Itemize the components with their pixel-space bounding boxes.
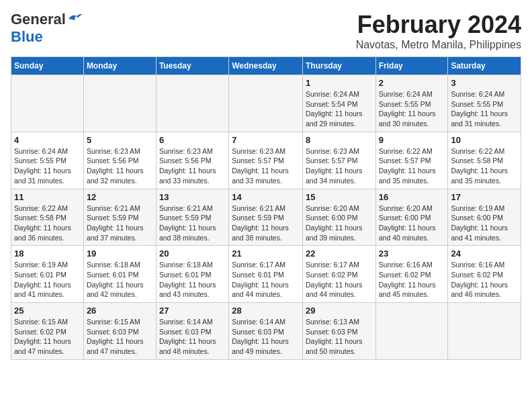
weekday-header-tuesday: Tuesday <box>156 57 228 75</box>
day-info: Sunrise: 6:23 AMSunset: 5:57 PMDaylight:… <box>232 146 300 186</box>
day-info: Sunrise: 6:18 AMSunset: 6:01 PMDaylight:… <box>87 260 153 300</box>
calendar-cell: 25Sunrise: 6:15 AMSunset: 6:02 PMDayligh… <box>11 303 84 360</box>
calendar-cell: 19Sunrise: 6:18 AMSunset: 6:01 PMDayligh… <box>83 246 156 303</box>
day-number: 15 <box>306 192 373 202</box>
calendar-cell: 26Sunrise: 6:15 AMSunset: 6:03 PMDayligh… <box>83 303 156 360</box>
main-title: February 2024 <box>356 11 521 39</box>
logo-general-text: General <box>11 11 66 28</box>
day-number: 16 <box>379 192 445 202</box>
day-number: 14 <box>232 192 300 202</box>
calendar-cell <box>156 75 228 132</box>
calendar-cell: 9Sunrise: 6:22 AMSunset: 5:57 PMDaylight… <box>375 132 448 189</box>
day-info: Sunrise: 6:21 AMSunset: 5:59 PMDaylight:… <box>232 203 300 243</box>
day-info: Sunrise: 6:17 AMSunset: 6:01 PMDaylight:… <box>232 260 300 300</box>
day-info: Sunrise: 6:14 AMSunset: 6:03 PMDaylight:… <box>232 317 300 357</box>
day-number: 1 <box>306 78 373 88</box>
calendar-cell: 27Sunrise: 6:14 AMSunset: 6:03 PMDayligh… <box>156 303 228 360</box>
day-number: 24 <box>451 248 518 259</box>
calendar-body: 1Sunrise: 6:24 AMSunset: 5:54 PMDaylight… <box>11 75 521 360</box>
day-number: 27 <box>159 306 226 316</box>
day-number: 25 <box>14 306 81 316</box>
day-number: 13 <box>159 192 226 202</box>
day-info: Sunrise: 6:15 AMSunset: 6:03 PMDaylight:… <box>87 317 153 357</box>
calendar-cell: 14Sunrise: 6:21 AMSunset: 5:59 PMDayligh… <box>229 189 303 246</box>
day-number: 7 <box>232 135 300 145</box>
weekday-header-sunday: Sunday <box>11 57 84 75</box>
calendar-cell: 28Sunrise: 6:14 AMSunset: 6:03 PMDayligh… <box>229 303 303 360</box>
day-number: 8 <box>306 135 373 145</box>
calendar-cell: 22Sunrise: 6:17 AMSunset: 6:02 PMDayligh… <box>302 246 375 303</box>
calendar-week-2: 4Sunrise: 6:24 AMSunset: 5:55 PMDaylight… <box>11 132 521 189</box>
day-info: Sunrise: 6:21 AMSunset: 5:59 PMDaylight:… <box>159 203 226 243</box>
calendar-cell <box>229 75 303 132</box>
day-info: Sunrise: 6:22 AMSunset: 5:57 PMDaylight:… <box>379 146 445 186</box>
day-info: Sunrise: 6:19 AMSunset: 6:01 PMDaylight:… <box>14 260 81 300</box>
calendar-cell: 17Sunrise: 6:19 AMSunset: 6:00 PMDayligh… <box>448 189 521 246</box>
calendar-cell <box>375 303 448 360</box>
day-number: 26 <box>87 306 153 316</box>
calendar-cell <box>448 303 521 360</box>
day-info: Sunrise: 6:23 AMSunset: 5:56 PMDaylight:… <box>87 146 153 186</box>
calendar-week-1: 1Sunrise: 6:24 AMSunset: 5:54 PMDaylight… <box>11 75 521 132</box>
calendar-cell <box>83 75 156 132</box>
calendar-cell: 15Sunrise: 6:20 AMSunset: 6:00 PMDayligh… <box>302 189 375 246</box>
day-info: Sunrise: 6:24 AMSunset: 5:55 PMDaylight:… <box>379 89 445 129</box>
calendar-table: SundayMondayTuesdayWednesdayThursdayFrid… <box>11 56 521 360</box>
day-number: 5 <box>87 135 153 145</box>
day-info: Sunrise: 6:24 AMSunset: 5:55 PMDaylight:… <box>451 89 518 129</box>
calendar-cell: 10Sunrise: 6:22 AMSunset: 5:58 PMDayligh… <box>448 132 521 189</box>
calendar-cell: 29Sunrise: 6:13 AMSunset: 6:03 PMDayligh… <box>302 303 375 360</box>
day-number: 20 <box>159 248 226 259</box>
calendar-cell: 7Sunrise: 6:23 AMSunset: 5:57 PMDaylight… <box>229 132 303 189</box>
day-number: 6 <box>159 135 226 145</box>
day-info: Sunrise: 6:24 AMSunset: 5:55 PMDaylight:… <box>14 146 81 186</box>
day-number: 4 <box>14 135 81 145</box>
calendar-week-5: 25Sunrise: 6:15 AMSunset: 6:02 PMDayligh… <box>11 303 521 360</box>
day-number: 21 <box>232 248 300 259</box>
day-number: 10 <box>451 135 518 145</box>
day-info: Sunrise: 6:16 AMSunset: 6:02 PMDaylight:… <box>379 260 445 300</box>
header: General Blue February 2024 Navotas, Metr… <box>11 11 521 51</box>
day-info: Sunrise: 6:23 AMSunset: 5:57 PMDaylight:… <box>306 146 373 186</box>
calendar-cell: 18Sunrise: 6:19 AMSunset: 6:01 PMDayligh… <box>11 246 84 303</box>
day-number: 9 <box>379 135 445 145</box>
day-info: Sunrise: 6:22 AMSunset: 5:58 PMDaylight:… <box>451 146 518 186</box>
calendar-week-3: 11Sunrise: 6:22 AMSunset: 5:58 PMDayligh… <box>11 189 521 246</box>
day-info: Sunrise: 6:17 AMSunset: 6:02 PMDaylight:… <box>306 260 373 300</box>
weekday-header-thursday: Thursday <box>302 57 375 75</box>
calendar-cell: 16Sunrise: 6:20 AMSunset: 6:00 PMDayligh… <box>375 189 448 246</box>
day-number: 29 <box>306 306 373 316</box>
calendar-cell: 21Sunrise: 6:17 AMSunset: 6:01 PMDayligh… <box>229 246 303 303</box>
calendar-cell: 20Sunrise: 6:18 AMSunset: 6:01 PMDayligh… <box>156 246 228 303</box>
day-number: 11 <box>14 192 81 202</box>
calendar-cell: 13Sunrise: 6:21 AMSunset: 5:59 PMDayligh… <box>156 189 228 246</box>
calendar-cell <box>11 75 84 132</box>
calendar-cell: 8Sunrise: 6:23 AMSunset: 5:57 PMDaylight… <box>302 132 375 189</box>
weekday-header-monday: Monday <box>83 57 156 75</box>
weekday-header-row: SundayMondayTuesdayWednesdayThursdayFrid… <box>11 57 521 75</box>
calendar-cell: 2Sunrise: 6:24 AMSunset: 5:55 PMDaylight… <box>375 75 448 132</box>
day-info: Sunrise: 6:23 AMSunset: 5:56 PMDaylight:… <box>159 146 226 186</box>
calendar-week-4: 18Sunrise: 6:19 AMSunset: 6:01 PMDayligh… <box>11 246 521 303</box>
calendar-header: SundayMondayTuesdayWednesdayThursdayFrid… <box>11 57 521 75</box>
day-info: Sunrise: 6:18 AMSunset: 6:01 PMDaylight:… <box>159 260 226 300</box>
day-info: Sunrise: 6:21 AMSunset: 5:59 PMDaylight:… <box>87 203 153 243</box>
day-info: Sunrise: 6:22 AMSunset: 5:58 PMDaylight:… <box>14 203 81 243</box>
day-info: Sunrise: 6:16 AMSunset: 6:02 PMDaylight:… <box>451 260 518 300</box>
title-section: February 2024 Navotas, Metro Manila, Phi… <box>356 11 521 51</box>
day-info: Sunrise: 6:19 AMSunset: 6:00 PMDaylight:… <box>451 203 518 243</box>
day-info: Sunrise: 6:24 AMSunset: 5:54 PMDaylight:… <box>306 89 373 129</box>
subtitle: Navotas, Metro Manila, Philippines <box>356 39 521 51</box>
weekday-header-saturday: Saturday <box>448 57 521 75</box>
day-number: 19 <box>87 248 153 259</box>
day-info: Sunrise: 6:13 AMSunset: 6:03 PMDaylight:… <box>306 317 373 357</box>
day-info: Sunrise: 6:15 AMSunset: 6:02 PMDaylight:… <box>14 317 81 357</box>
weekday-header-wednesday: Wednesday <box>229 57 303 75</box>
logo: General Blue <box>11 11 82 46</box>
calendar-cell: 5Sunrise: 6:23 AMSunset: 5:56 PMDaylight… <box>83 132 156 189</box>
calendar-cell: 24Sunrise: 6:16 AMSunset: 6:02 PMDayligh… <box>448 246 521 303</box>
day-number: 17 <box>451 192 518 202</box>
calendar-cell: 11Sunrise: 6:22 AMSunset: 5:58 PMDayligh… <box>11 189 84 246</box>
weekday-header-friday: Friday <box>375 57 448 75</box>
day-number: 12 <box>87 192 153 202</box>
